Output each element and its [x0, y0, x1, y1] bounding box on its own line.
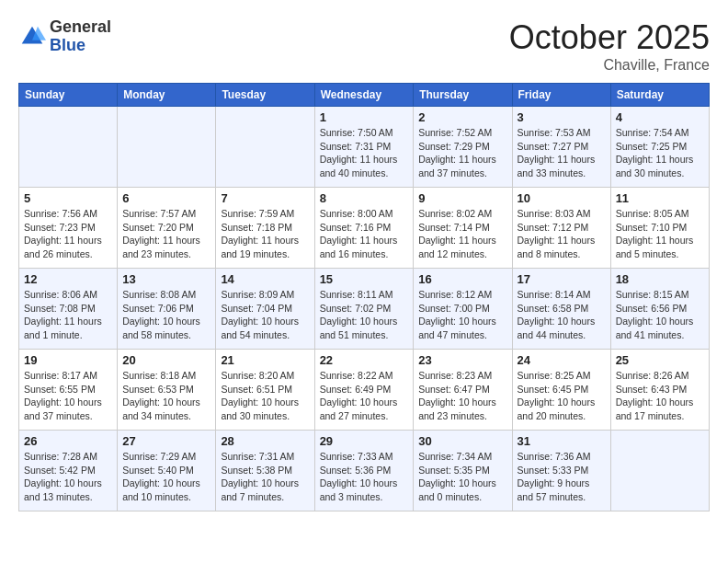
day-number: 5 — [24, 191, 112, 205]
day-info: Sunrise: 7:28 AM Sunset: 5:42 PM Dayligh… — [24, 450, 112, 504]
day-info: Sunrise: 8:00 AM Sunset: 7:16 PM Dayligh… — [320, 207, 409, 261]
day-number: 7 — [221, 191, 309, 205]
day-info: Sunrise: 8:22 AM Sunset: 6:49 PM Dayligh… — [320, 369, 409, 423]
day-info: Sunrise: 8:18 AM Sunset: 6:53 PM Dayligh… — [122, 369, 210, 423]
calendar-cell: 10Sunrise: 8:03 AM Sunset: 7:12 PM Dayli… — [512, 188, 610, 269]
calendar-cell: 11Sunrise: 8:05 AM Sunset: 7:10 PM Dayli… — [610, 188, 709, 269]
day-number: 27 — [122, 434, 210, 448]
calendar-week-row: 12Sunrise: 8:06 AM Sunset: 7:08 PM Dayli… — [19, 269, 710, 350]
calendar-cell — [118, 107, 216, 188]
day-number: 9 — [418, 191, 506, 205]
calendar-cell: 5Sunrise: 7:56 AM Sunset: 7:23 PM Daylig… — [19, 188, 118, 269]
day-info: Sunrise: 8:20 AM Sunset: 6:51 PM Dayligh… — [221, 369, 309, 423]
calendar-cell: 31Sunrise: 7:36 AM Sunset: 5:33 PM Dayli… — [512, 431, 610, 511]
day-number: 16 — [418, 272, 506, 286]
calendar-cell: 8Sunrise: 8:00 AM Sunset: 7:16 PM Daylig… — [314, 188, 414, 269]
day-info: Sunrise: 8:09 AM Sunset: 7:04 PM Dayligh… — [221, 288, 309, 342]
day-number: 8 — [320, 191, 409, 205]
day-info: Sunrise: 8:15 AM Sunset: 6:56 PM Dayligh… — [616, 288, 704, 342]
calendar-cell: 20Sunrise: 8:18 AM Sunset: 6:53 PM Dayli… — [118, 350, 216, 431]
calendar-cell: 7Sunrise: 7:59 AM Sunset: 7:18 PM Daylig… — [216, 188, 314, 269]
day-number: 31 — [518, 434, 606, 448]
calendar-cell: 19Sunrise: 8:17 AM Sunset: 6:55 PM Dayli… — [19, 350, 118, 431]
day-number: 4 — [616, 110, 704, 124]
calendar-table: SundayMondayTuesdayWednesdayThursdayFrid… — [18, 83, 710, 511]
calendar-cell: 30Sunrise: 7:34 AM Sunset: 5:35 PM Dayli… — [414, 431, 512, 511]
calendar-cell: 4Sunrise: 7:54 AM Sunset: 7:25 PM Daylig… — [610, 107, 709, 188]
calendar-week-row: 19Sunrise: 8:17 AM Sunset: 6:55 PM Dayli… — [19, 350, 710, 431]
day-number: 10 — [518, 191, 606, 205]
location-title: Chaville, France — [509, 57, 710, 74]
calendar-cell: 2Sunrise: 7:52 AM Sunset: 7:29 PM Daylig… — [414, 107, 512, 188]
day-number: 22 — [320, 353, 409, 367]
day-info: Sunrise: 7:31 AM Sunset: 5:38 PM Dayligh… — [221, 450, 309, 504]
logo: General Blue — [18, 18, 111, 55]
logo-blue: Blue — [50, 37, 111, 55]
calendar-cell: 26Sunrise: 7:28 AM Sunset: 5:42 PM Dayli… — [19, 431, 118, 511]
calendar-cell — [19, 107, 118, 188]
day-number: 25 — [616, 353, 704, 367]
day-info: Sunrise: 8:26 AM Sunset: 6:43 PM Dayligh… — [616, 369, 704, 423]
weekday-header: Friday — [512, 84, 610, 107]
calendar-cell: 29Sunrise: 7:33 AM Sunset: 5:36 PM Dayli… — [314, 431, 414, 511]
day-number: 18 — [616, 272, 704, 286]
calendar-week-row: 26Sunrise: 7:28 AM Sunset: 5:42 PM Dayli… — [19, 431, 710, 511]
weekday-header: Thursday — [414, 84, 512, 107]
calendar-cell: 23Sunrise: 8:23 AM Sunset: 6:47 PM Dayli… — [414, 350, 512, 431]
day-info: Sunrise: 8:08 AM Sunset: 7:06 PM Dayligh… — [122, 288, 210, 342]
day-number: 28 — [221, 434, 309, 448]
day-number: 23 — [418, 353, 506, 367]
day-info: Sunrise: 7:57 AM Sunset: 7:20 PM Dayligh… — [122, 207, 210, 261]
calendar-cell: 25Sunrise: 8:26 AM Sunset: 6:43 PM Dayli… — [610, 350, 709, 431]
day-info: Sunrise: 7:36 AM Sunset: 5:33 PM Dayligh… — [518, 450, 606, 504]
day-info: Sunrise: 8:06 AM Sunset: 7:08 PM Dayligh… — [24, 288, 112, 342]
day-number: 1 — [320, 110, 409, 124]
calendar-cell: 18Sunrise: 8:15 AM Sunset: 6:56 PM Dayli… — [610, 269, 709, 350]
day-info: Sunrise: 7:53 AM Sunset: 7:27 PM Dayligh… — [518, 126, 606, 180]
calendar-cell: 17Sunrise: 8:14 AM Sunset: 6:58 PM Dayli… — [512, 269, 610, 350]
day-number: 17 — [518, 272, 606, 286]
day-info: Sunrise: 8:11 AM Sunset: 7:02 PM Dayligh… — [320, 288, 409, 342]
day-number: 26 — [24, 434, 112, 448]
calendar-cell: 6Sunrise: 7:57 AM Sunset: 7:20 PM Daylig… — [118, 188, 216, 269]
day-number: 2 — [418, 110, 506, 124]
day-number: 24 — [518, 353, 606, 367]
day-number: 21 — [221, 353, 309, 367]
day-info: Sunrise: 7:54 AM Sunset: 7:25 PM Dayligh… — [616, 126, 704, 180]
weekday-header: Tuesday — [216, 84, 314, 107]
calendar-cell: 12Sunrise: 8:06 AM Sunset: 7:08 PM Dayli… — [19, 269, 118, 350]
day-number: 11 — [616, 191, 704, 205]
day-info: Sunrise: 7:56 AM Sunset: 7:23 PM Dayligh… — [24, 207, 112, 261]
day-number: 15 — [320, 272, 409, 286]
logo-text: General Blue — [50, 18, 111, 55]
logo-icon — [18, 23, 46, 51]
day-number: 29 — [320, 434, 409, 448]
day-number: 13 — [122, 272, 210, 286]
day-info: Sunrise: 8:23 AM Sunset: 6:47 PM Dayligh… — [418, 369, 506, 423]
calendar-cell: 13Sunrise: 8:08 AM Sunset: 7:06 PM Dayli… — [118, 269, 216, 350]
day-info: Sunrise: 8:25 AM Sunset: 6:45 PM Dayligh… — [518, 369, 606, 423]
day-info: Sunrise: 7:33 AM Sunset: 5:36 PM Dayligh… — [320, 450, 409, 504]
day-number: 30 — [418, 434, 506, 448]
calendar-cell: 14Sunrise: 8:09 AM Sunset: 7:04 PM Dayli… — [216, 269, 314, 350]
day-number: 14 — [221, 272, 309, 286]
logo-general: General — [50, 18, 111, 37]
day-number: 12 — [24, 272, 112, 286]
month-title: October 2025 — [509, 18, 710, 57]
calendar-cell: 28Sunrise: 7:31 AM Sunset: 5:38 PM Dayli… — [216, 431, 314, 511]
calendar-cell: 22Sunrise: 8:22 AM Sunset: 6:49 PM Dayli… — [314, 350, 414, 431]
day-info: Sunrise: 7:29 AM Sunset: 5:40 PM Dayligh… — [122, 450, 210, 504]
day-info: Sunrise: 7:34 AM Sunset: 5:35 PM Dayligh… — [418, 450, 506, 504]
weekday-header: Sunday — [19, 84, 118, 107]
day-number: 6 — [122, 191, 210, 205]
calendar-week-row: 5Sunrise: 7:56 AM Sunset: 7:23 PM Daylig… — [19, 188, 710, 269]
weekday-header: Monday — [118, 84, 216, 107]
weekday-header: Saturday — [610, 84, 709, 107]
calendar-cell: 9Sunrise: 8:02 AM Sunset: 7:14 PM Daylig… — [414, 188, 512, 269]
calendar-cell: 1Sunrise: 7:50 AM Sunset: 7:31 PM Daylig… — [314, 107, 414, 188]
calendar-week-row: 1Sunrise: 7:50 AM Sunset: 7:31 PM Daylig… — [19, 107, 710, 188]
calendar-cell: 15Sunrise: 8:11 AM Sunset: 7:02 PM Dayli… — [314, 269, 414, 350]
day-info: Sunrise: 8:05 AM Sunset: 7:10 PM Dayligh… — [616, 207, 704, 261]
day-info: Sunrise: 8:12 AM Sunset: 7:00 PM Dayligh… — [418, 288, 506, 342]
day-info: Sunrise: 8:17 AM Sunset: 6:55 PM Dayligh… — [24, 369, 112, 423]
